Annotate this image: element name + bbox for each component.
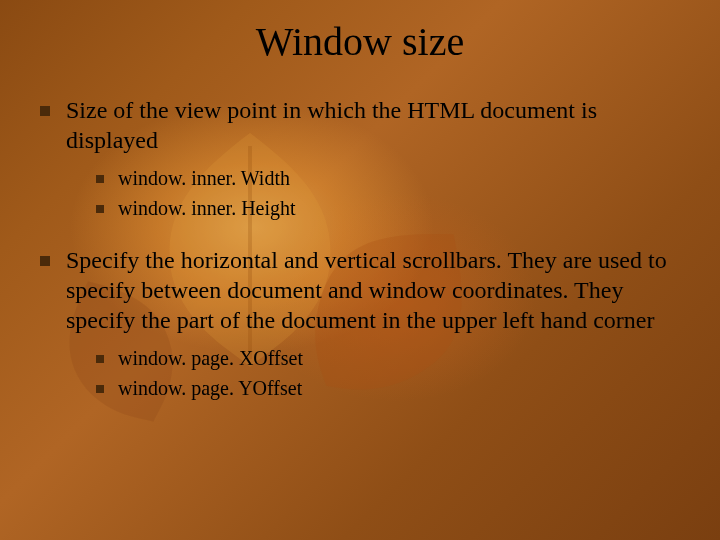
square-bullet-icon — [96, 205, 104, 213]
bullet-level2: window. inner. Width — [96, 165, 690, 191]
square-bullet-icon — [96, 355, 104, 363]
slide: Window size Size of the view point in wh… — [0, 0, 720, 540]
square-bullet-icon — [96, 175, 104, 183]
bullet-level1: Size of the view point in which the HTML… — [40, 95, 690, 155]
sub-bullet-text: window. inner. Width — [118, 165, 690, 191]
sub-bullet-text: window. inner. Height — [118, 195, 690, 221]
slide-title: Window size — [0, 18, 720, 65]
bullet-text: Specify the horizontal and vertical scro… — [66, 245, 690, 335]
sub-bullet-list: window. page. XOffset window. page. YOff… — [96, 345, 690, 401]
bullet-text: Size of the view point in which the HTML… — [66, 95, 690, 155]
bullet-level2: window. page. YOffset — [96, 375, 690, 401]
sub-bullet-text: window. page. YOffset — [118, 375, 690, 401]
bullet-level2: window. inner. Height — [96, 195, 690, 221]
slide-content: Size of the view point in which the HTML… — [40, 95, 690, 417]
sub-bullet-list: window. inner. Width window. inner. Heig… — [96, 165, 690, 221]
bullet-level2: window. page. XOffset — [96, 345, 690, 371]
square-bullet-icon — [40, 106, 50, 116]
bullet-level1: Specify the horizontal and vertical scro… — [40, 245, 690, 335]
square-bullet-icon — [96, 385, 104, 393]
sub-bullet-text: window. page. XOffset — [118, 345, 690, 371]
square-bullet-icon — [40, 256, 50, 266]
